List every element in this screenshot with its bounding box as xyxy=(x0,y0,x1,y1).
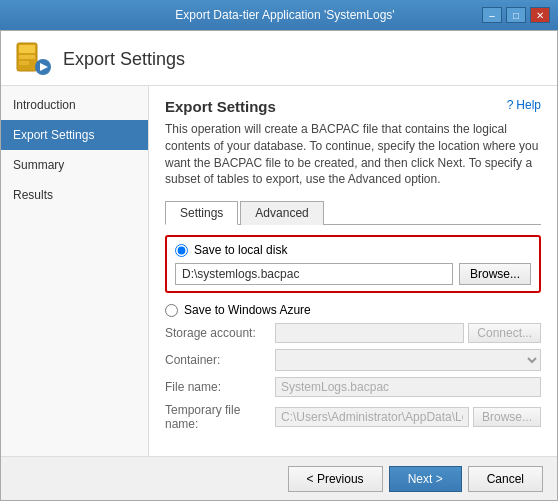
container-label: Container: xyxy=(165,353,275,367)
temp-file-label: Temporary file name: xyxy=(165,403,275,431)
help-link[interactable]: ? Help xyxy=(507,98,541,112)
dialog: Export Settings Introduction Export Sett… xyxy=(0,30,558,501)
browse-button[interactable]: Browse... xyxy=(459,263,531,285)
content-description: This operation will create a BACPAC file… xyxy=(165,121,541,188)
dialog-header-title: Export Settings xyxy=(63,49,185,70)
storage-account-input xyxy=(275,323,464,343)
dialog-header: Export Settings xyxy=(1,31,557,86)
svg-rect-2 xyxy=(19,55,35,59)
dialog-footer: < Previous Next > Cancel xyxy=(1,456,557,500)
help-icon: ? xyxy=(507,98,514,112)
sidebar-item-introduction[interactable]: Introduction xyxy=(1,90,148,120)
file-name-label: File name: xyxy=(165,380,275,394)
storage-account-label: Storage account: xyxy=(165,326,275,340)
file-name-row: File name: xyxy=(165,377,541,397)
sidebar-item-export-settings[interactable]: Export Settings xyxy=(1,120,148,150)
container-row: Container: xyxy=(165,349,541,371)
file-name-input xyxy=(275,377,541,397)
tab-advanced[interactable]: Advanced xyxy=(240,201,323,225)
database-export-icon xyxy=(15,41,51,77)
title-bar-text: Export Data-tier Application 'SystemLogs… xyxy=(88,8,482,22)
sidebar-item-summary[interactable]: Summary xyxy=(1,150,148,180)
save-azure-radio[interactable] xyxy=(165,304,178,317)
file-input-row: Browse... xyxy=(175,263,531,285)
minimize-button[interactable]: – xyxy=(482,7,502,23)
save-azure-radio-option: Save to Windows Azure xyxy=(165,303,541,317)
sidebar-item-results[interactable]: Results xyxy=(1,180,148,210)
svg-rect-1 xyxy=(19,45,35,53)
save-azure-label: Save to Windows Azure xyxy=(184,303,311,317)
save-local-box: Save to local disk Browse... xyxy=(165,235,541,293)
close-button[interactable]: ✕ xyxy=(530,7,550,23)
save-local-radio[interactable] xyxy=(175,244,188,257)
previous-button[interactable]: < Previous xyxy=(288,466,383,492)
dialog-body: Introduction Export Settings Summary Res… xyxy=(1,86,557,456)
save-azure-section: Save to Windows Azure Storage account: C… xyxy=(165,303,541,431)
svg-rect-3 xyxy=(19,61,29,65)
temp-file-input xyxy=(275,407,469,427)
storage-account-row: Storage account: Connect... xyxy=(165,323,541,343)
content-title: Export Settings xyxy=(165,98,276,115)
temp-file-row: Temporary file name: Browse... xyxy=(165,403,541,431)
container-select xyxy=(275,349,541,371)
content-area: Export Settings ? Help This operation wi… xyxy=(149,86,557,456)
temp-browse-button: Browse... xyxy=(473,407,541,427)
tab-settings[interactable]: Settings xyxy=(165,201,238,225)
connect-button: Connect... xyxy=(468,323,541,343)
cancel-button[interactable]: Cancel xyxy=(468,466,543,492)
title-bar: Export Data-tier Application 'SystemLogs… xyxy=(0,0,558,30)
save-local-radio-option: Save to local disk xyxy=(175,243,531,257)
file-path-input[interactable] xyxy=(175,263,453,285)
save-local-label: Save to local disk xyxy=(194,243,287,257)
sidebar: Introduction Export Settings Summary Res… xyxy=(1,86,149,456)
maximize-button[interactable]: □ xyxy=(506,7,526,23)
title-bar-controls: – □ ✕ xyxy=(482,7,550,23)
settings-panel: Save to local disk Browse... Save to Win… xyxy=(165,235,541,431)
tab-bar: Settings Advanced xyxy=(165,200,541,225)
next-button[interactable]: Next > xyxy=(389,466,462,492)
content-header-row: Export Settings ? Help xyxy=(165,98,541,121)
